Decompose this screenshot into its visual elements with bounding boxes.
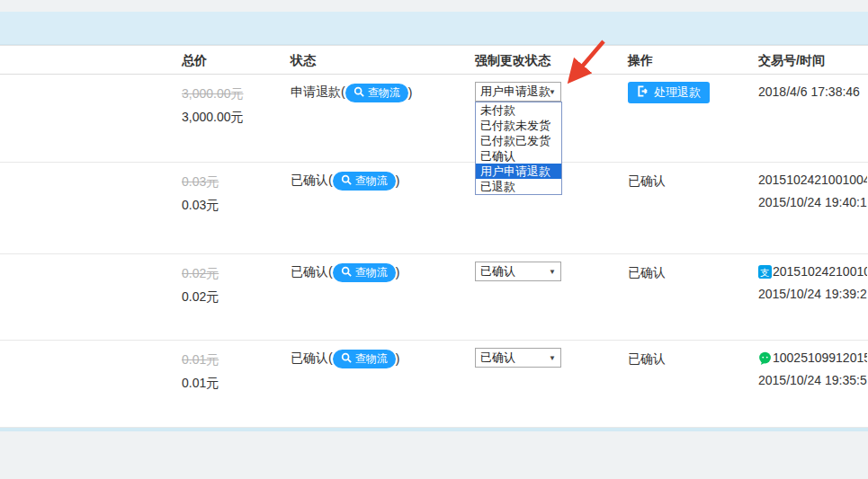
alipay-icon: 支 [758,265,772,279]
dropdown-option-paid-shipped[interactable]: 已付款已发货 [476,133,561,148]
transaction-number: 201510242100100 [773,262,867,281]
dropdown-option-user-refund-request[interactable]: 用户申请退款 [476,164,561,179]
column-header-transaction: 交易号/时间 [758,46,825,75]
check-logistics-button[interactable]: 查物流 [333,350,396,368]
dropdown-option-unpaid[interactable]: 未付款 [476,102,561,118]
status-cell: 申请退款( 查物流 ) [291,83,412,102]
order-time: 2015/10/24 19:40:18 [758,193,867,212]
search-icon [341,174,352,188]
table-row: 3,000.00元 3,000.00元 申请退款( 查物流 ) 用户申请退款 ▼… [0,75,868,163]
operation-status-text: 已确认 [628,349,666,368]
check-logistics-button[interactable]: 查物流 [333,263,396,282]
dropdown-option-paid-not-shipped[interactable]: 已付款未发货 [476,118,561,133]
search-icon [353,86,364,100]
dropdown-option-confirmed[interactable]: 已确认 [476,148,561,164]
transaction-cell: 2018/4/6 17:38:46 [758,83,867,102]
column-header-total-price: 总价 [182,46,207,75]
status-cell: 已确认( 查物流 ) [291,262,399,282]
table-header: 总价 状态 强制更改状态 操作 交易号/时间 [0,45,868,75]
force-status-select[interactable]: 已确认 ▼ [475,262,561,281]
search-icon [341,266,352,279]
chevron-down-icon: ▼ [549,350,556,368]
chevron-down-icon: ▼ [549,263,556,281]
order-time: 2015/10/24 19:35:52 [758,371,867,390]
price-cell: 3,000.00元 3,000.00元 [182,82,244,129]
price-cell: 0.02元 0.02元 [182,262,219,308]
check-logistics-label: 查物流 [355,265,388,280]
force-status-dropdown-list: 未付款 已付款未发货 已付款已发货 已确认 用户申请退款 已退款 [475,102,562,195]
footer-area [0,431,868,479]
original-price: 0.03元 [182,170,219,193]
check-logistics-button[interactable]: 查物流 [333,172,396,191]
operation-status-text: 已确认 [628,171,666,191]
current-price: 0.02元 [182,285,219,308]
force-status-select[interactable]: 已确认 ▼ [475,348,561,368]
transaction-cell: 100251099120151 2015/10/24 19:35:52 [758,349,867,390]
info-banner [0,12,868,45]
wechat-pay-icon [758,351,772,365]
original-price: 0.01元 [182,348,219,371]
order-time: 2018/4/6 17:38:46 [758,83,860,102]
check-logistics-label: 查物流 [368,85,400,101]
chevron-down-icon: ▼ [549,84,556,102]
sign-out-icon [637,85,649,100]
check-logistics-button[interactable]: 查物流 [345,84,408,102]
status-text: 已确认( [291,264,333,280]
process-refund-button[interactable]: 处理退款 [628,82,710,103]
status-text: 已确认( [291,173,333,189]
status-text-suffix: ) [396,173,400,188]
current-price: 3,000.00元 [182,105,244,129]
current-price: 0.01元 [182,371,219,395]
dropdown-option-refunded[interactable]: 已退款 [476,179,561,194]
original-price: 0.02元 [182,262,219,285]
check-logistics-label: 查物流 [355,351,388,367]
original-price: 3,000.00元 [182,82,244,105]
table-row: 0.03元 0.03元 已确认( 查物流 ) 已确认 2015102421001… [0,163,868,254]
force-status-select-value: 已确认 [480,264,515,278]
status-cell: 已确认( 查物流 ) [291,349,399,368]
status-text-suffix: ) [396,265,400,279]
process-refund-label: 处理退款 [654,84,701,101]
table-row: 0.01元 0.01元 已确认( 查物流 ) 已确认 ▼ 已确认 1002510… [0,341,868,428]
transaction-number: 100251099120151 [773,349,867,368]
price-cell: 0.03元 0.03元 [182,170,219,217]
current-price: 0.03元 [182,193,219,217]
column-header-operation: 操作 [628,46,653,75]
column-header-status: 状态 [291,46,316,75]
transaction-number: 201510242100100439 [758,171,867,190]
transaction-cell: 201510242100100439 2015/10/24 19:40:18 [758,171,867,212]
operation-status-text: 已确认 [628,262,666,282]
force-status-select[interactable]: 用户申请退款 ▼ [475,82,561,102]
search-icon [341,352,352,366]
price-cell: 0.01元 0.01元 [182,348,219,395]
status-text: 已确认( [291,350,333,367]
order-time: 2015/10/24 19:39:21 [758,285,867,304]
column-header-force-change: 强制更改状态 [475,46,550,75]
check-logistics-label: 查物流 [355,173,388,189]
status-cell: 已确认( 查物流 ) [291,171,399,191]
svg-text:支: 支 [760,268,769,278]
status-text-suffix: ) [408,85,413,100]
top-gray-bar [0,0,868,12]
force-status-select-value: 已确认 [480,350,515,364]
status-text: 申请退款( [291,84,345,101]
transaction-cell: 支 201510242100100 2015/10/24 19:39:21 [758,262,867,304]
force-status-select-value: 用户申请退款 [480,84,550,98]
table-row: 0.02元 0.02元 已确认( 查物流 ) 已确认 ▼ 已确认 支 20151… [0,254,868,341]
status-text-suffix: ) [396,351,400,366]
